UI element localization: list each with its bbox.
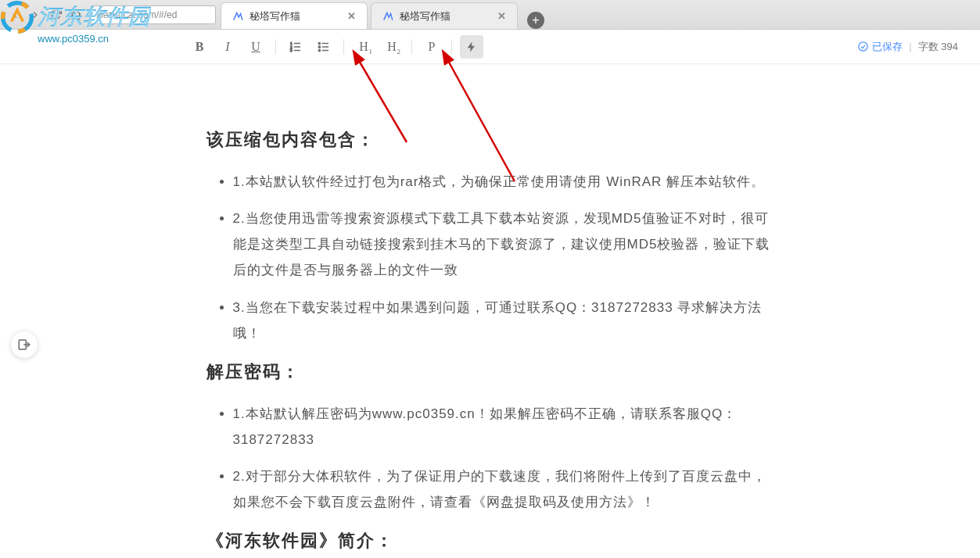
italic-button[interactable]: I	[216, 35, 239, 59]
tab-favicon	[232, 11, 243, 22]
heading-group: H1 H2	[352, 35, 404, 59]
word-count: 字数 394	[918, 40, 958, 54]
saved-label: 已保存	[872, 40, 903, 54]
back-button[interactable]	[8, 8, 22, 22]
svg-point-14	[318, 49, 320, 51]
tab-close-button[interactable]: ✕	[497, 10, 506, 22]
tab-active[interactable]: 秘塔写作猫 ✕	[221, 2, 368, 29]
reload-button[interactable]	[48, 8, 63, 22]
heading-3: 《河东软件园》简介：	[206, 529, 774, 553]
list-item: 2.对于部分大体积软件，为了保证用户的下载速度，我们将附件上传到了百度云盘中，如…	[233, 463, 774, 515]
unordered-list-icon	[317, 40, 331, 54]
tab-close-button[interactable]: ✕	[347, 10, 356, 22]
list-2: 1.本站默认解压密码为www.pc0359.cn！如果解压密码不正确，请联系客服…	[206, 401, 774, 516]
list-item: 2.当您使用迅雷等搜索资源模式下载工具下载本站资源，发现MD5值验证不对时，很可…	[233, 206, 774, 283]
status-separator: |	[909, 41, 911, 52]
list-group: 123	[284, 35, 336, 59]
svg-text:3: 3	[290, 48, 293, 52]
svg-point-12	[318, 42, 320, 44]
tab-title: 秘塔写作猫	[400, 9, 451, 23]
ai-check-button[interactable]	[460, 35, 483, 59]
ordered-list-icon: 123	[289, 40, 303, 54]
document-paper[interactable]: 该压缩包内容包含： 1.本站默认软件经过打包为rar格式，为确保正常使用请使用 …	[167, 67, 813, 558]
list-item: 1.本站默认解压密码为www.pc0359.cn！如果解压密码不正确，请联系客服…	[233, 401, 774, 452]
url-text: xiezuocat.com/#/ed	[96, 9, 177, 20]
editor-toolbar: B I U 123 H1 H2 P 已保存	[0, 30, 980, 64]
tab-inactive[interactable]: 秘塔写作猫 ✕	[371, 2, 518, 29]
new-tab-button[interactable]: +	[527, 12, 544, 29]
lightning-icon	[465, 41, 478, 53]
bold-button[interactable]: B	[188, 35, 211, 59]
status-area: 已保存 | 字数 394	[857, 40, 958, 54]
forward-button[interactable]	[28, 8, 42, 22]
home-button[interactable]	[69, 8, 83, 22]
svg-point-15	[859, 42, 867, 51]
address-bar[interactable]: xiezuocat.com/#/ed	[91, 5, 216, 24]
tab-title: 秘塔写作猫	[249, 9, 300, 23]
browser-chrome: xiezuocat.com/#/ed 秘塔写作猫 ✕ 秘塔写作猫 ✕ +	[0, 0, 980, 30]
app-area: B I U 123 H1 H2 P 已保存	[0, 30, 980, 558]
editor-scroll[interactable]: 该压缩包内容包含： 1.本站默认软件经过打包为rar格式，为确保正常使用请使用 …	[0, 64, 980, 558]
toolbar-separator	[275, 39, 276, 55]
format-group: B I U	[188, 35, 267, 59]
list-1: 1.本站默认软件经过打包为rar格式，为确保正常使用请使用 WinRAR 解压本…	[206, 169, 774, 346]
list-item: 1.本站默认软件经过打包为rar格式，为确保正常使用请使用 WinRAR 解压本…	[233, 169, 774, 195]
svg-point-13	[318, 45, 320, 47]
nav-controls	[0, 8, 91, 22]
paragraph-button[interactable]: P	[420, 35, 443, 59]
tab-favicon	[382, 11, 393, 22]
heading-2: 解压密码：	[206, 360, 774, 384]
h1-button[interactable]: H1	[352, 35, 375, 59]
underline-button[interactable]: U	[244, 35, 267, 59]
heading-1: 该压缩包内容包含：	[206, 128, 774, 152]
toolbar-separator	[411, 39, 412, 55]
check-circle-icon	[857, 41, 869, 52]
list-item: 3.当您在下载安装过程中如果遇到问题，可通过联系QQ：3187272833 寻求…	[233, 295, 774, 346]
ordered-list-button[interactable]: 123	[284, 35, 307, 59]
saved-status: 已保存	[857, 40, 903, 54]
h2-button[interactable]: H2	[380, 35, 404, 59]
toolbar-separator	[343, 39, 344, 55]
toolbar-separator	[451, 39, 452, 55]
tab-strip: 秘塔写作猫 ✕ 秘塔写作猫 ✕ +	[221, 0, 544, 29]
unordered-list-button[interactable]	[312, 35, 336, 59]
